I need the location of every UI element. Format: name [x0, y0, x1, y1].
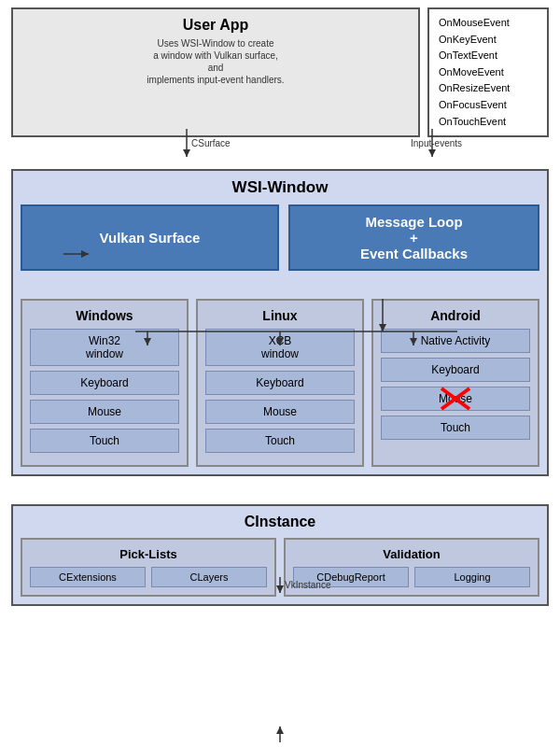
clayers-item: CLayers — [151, 567, 267, 587]
vulkan-surface-box: Vulkan Surface — [21, 204, 279, 271]
cdebugreport-item: CDebugReport — [293, 567, 409, 587]
bottom-spacer — [7, 606, 553, 625]
linux-keyboard: Keyboard — [205, 371, 355, 395]
linux-touch: Touch — [205, 429, 355, 453]
windows-touch: Touch — [30, 429, 179, 453]
platform-linux: Linux XCBwindow Keyboard Mouse Touch — [196, 299, 364, 467]
android-mouse-wrapper: Mouse — [381, 387, 530, 411]
wsi-window-box: WSI-Window Vulkan Surface Message Loop+E… — [11, 169, 549, 476]
xcb-window: XCBwindow — [205, 329, 355, 366]
msgloop-label: Message Loop+Event Callbacks — [360, 214, 468, 261]
validation-title: Validation — [293, 547, 530, 561]
validation-items: CDebugReport Logging — [293, 567, 530, 587]
arrow-spacer-1 — [7, 139, 553, 169]
win32-window: Win32window — [30, 329, 179, 366]
vulkan-surface-label: Vulkan Surface — [100, 230, 201, 246]
event-ontext: OnTextEvent — [439, 48, 538, 64]
events-box: OnMouseEvent OnKeyEvent OnTextEvent OnMo… — [427, 7, 549, 137]
logging-item: Logging — [414, 567, 530, 587]
diagram-wrapper: CSurface Input-events VkInstance User — [0, 0, 560, 747]
validation-group: Validation CDebugReport Logging — [284, 538, 539, 597]
native-activity: Native Activity — [381, 329, 530, 353]
linux-title: Linux — [205, 308, 355, 323]
user-app-title: User App — [24, 17, 407, 34]
windows-title: Windows — [30, 308, 179, 323]
linux-mouse: Mouse — [205, 400, 355, 424]
platform-windows: Windows Win32window Keyboard Mouse Touch — [21, 299, 189, 467]
cinstance-box: CInstance Pick-Lists CExtensions CLayers… — [11, 504, 549, 606]
vkinstance-spacer — [7, 476, 553, 504]
wsi-title: WSI-Window — [21, 178, 539, 197]
wsi-top-row: Vulkan Surface Message Loop+Event Callba… — [21, 204, 539, 271]
msgloop-box: Message Loop+Event Callbacks — [288, 204, 539, 271]
platforms-row: Windows Win32window Keyboard Mouse Touch… — [21, 299, 539, 467]
user-app-box: User App Uses WSI-Window to createa wind… — [11, 7, 420, 137]
event-onmove: OnMoveEvent — [439, 64, 538, 81]
cinstance-inner-row: Pick-Lists CExtensions CLayers Validatio… — [21, 538, 539, 597]
android-touch: Touch — [381, 416, 530, 440]
user-app-row: User App Uses WSI-Window to createa wind… — [7, 7, 553, 137]
event-onmouse: OnMouseEvent — [439, 15, 538, 32]
windows-keyboard: Keyboard — [30, 371, 179, 395]
platform-android: Android Native Activity Keyboard Mouse T… — [371, 299, 539, 467]
event-onresize: OnResizeEvent — [439, 80, 538, 97]
event-onfocus: OnFocusEvent — [439, 97, 538, 114]
crossed-out-icon — [438, 385, 473, 413]
picklists-group: Pick-Lists CExtensions CLayers — [21, 538, 276, 597]
android-title: Android — [381, 308, 530, 323]
event-ontouch: OnTouchEvent — [439, 114, 538, 131]
windows-mouse: Mouse — [30, 400, 179, 424]
user-app-subtitle: Uses WSI-Window to createa window with V… — [24, 37, 407, 86]
svg-marker-21 — [276, 726, 284, 734]
cinstance-title: CInstance — [21, 514, 539, 530]
picklists-title: Pick-Lists — [30, 547, 267, 561]
event-onkey: OnKeyEvent — [439, 32, 538, 49]
cextensions-item: CExtensions — [30, 567, 146, 587]
picklists-items: CExtensions CLayers — [30, 567, 267, 587]
platform-arrow-spacer — [21, 280, 539, 299]
android-keyboard: Keyboard — [381, 358, 530, 382]
